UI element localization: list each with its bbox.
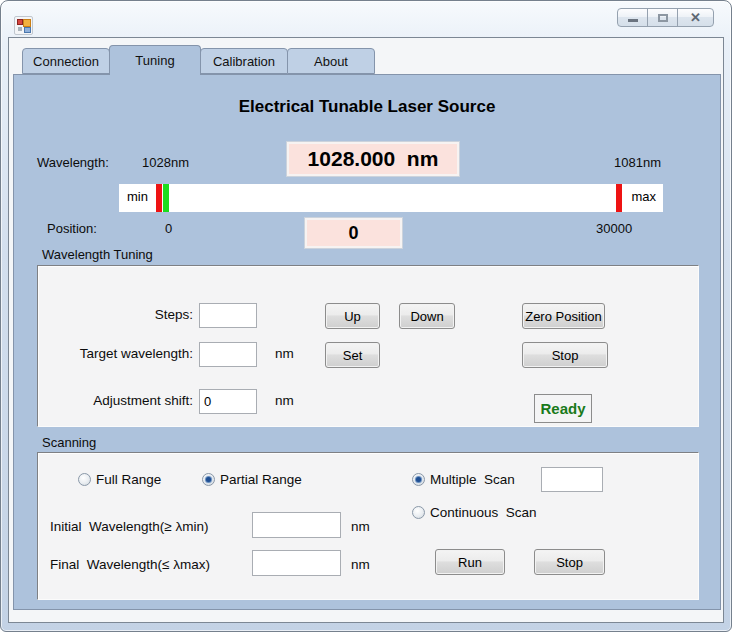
wavelength-slider-track: min max bbox=[119, 184, 663, 212]
full-range-label: Full Range bbox=[96, 471, 161, 488]
final-unit-label: nm bbox=[351, 557, 370, 572]
app-icon-blue-square bbox=[24, 27, 31, 33]
initial-wavelength-label: Initial Wavelength(≥ λmin) bbox=[50, 519, 208, 534]
minimize-button[interactable] bbox=[617, 8, 648, 27]
slider-max-label: max bbox=[631, 189, 656, 204]
caption-button-group: ✕ bbox=[618, 8, 714, 27]
tuning-stop-button[interactable]: Stop bbox=[522, 342, 608, 368]
radio-icon bbox=[202, 473, 215, 486]
up-button[interactable]: Up bbox=[325, 303, 380, 329]
initial-unit-label: nm bbox=[351, 519, 370, 534]
title-bar[interactable]: ✕ bbox=[1, 1, 731, 37]
final-wavelength-input[interactable] bbox=[252, 550, 341, 576]
position-label: Position: bbox=[47, 221, 97, 236]
tab-page-tuning: Electrical Tunable Laser Source Waveleng… bbox=[13, 74, 721, 610]
slider-min-label: min bbox=[127, 189, 148, 204]
shift-unit-label: nm bbox=[275, 393, 294, 408]
multiple-scan-count-input[interactable] bbox=[541, 467, 603, 492]
app-icon-gray-square bbox=[18, 27, 22, 31]
wavelength-display: 1028.000 nm bbox=[287, 142, 459, 176]
wavelength-min-value: 1028nm bbox=[142, 155, 189, 170]
maximize-button[interactable] bbox=[647, 8, 678, 27]
partial-range-radio[interactable]: Partial Range bbox=[202, 471, 302, 488]
client-area: Connection Tuning Calibration About Elec… bbox=[8, 37, 724, 623]
set-button[interactable]: Set bbox=[325, 342, 380, 368]
full-range-radio[interactable]: Full Range bbox=[78, 471, 161, 488]
radio-icon bbox=[412, 506, 425, 519]
scan-stop-button[interactable]: Stop bbox=[534, 549, 605, 575]
continuous-scan-label: Continuous Scan bbox=[430, 504, 537, 521]
close-button[interactable]: ✕ bbox=[677, 8, 714, 27]
scanning-group: Full Range Partial Range Multiple Scan C… bbox=[37, 452, 699, 600]
wavelength-label: Wavelength: bbox=[37, 155, 109, 170]
continuous-scan-radio[interactable]: Continuous Scan bbox=[412, 504, 537, 521]
close-icon: ✕ bbox=[690, 11, 701, 24]
current-position-marker bbox=[163, 184, 169, 212]
minimize-icon bbox=[628, 19, 638, 22]
multiple-scan-radio[interactable]: Multiple Scan bbox=[412, 471, 515, 488]
partial-range-label: Partial Range bbox=[220, 471, 302, 488]
multiple-scan-label: Multiple Scan bbox=[430, 471, 515, 488]
tab-strip: Connection Tuning Calibration About bbox=[23, 45, 375, 75]
tuning-group-title: Wavelength Tuning bbox=[42, 247, 153, 262]
down-button[interactable]: Down bbox=[399, 303, 455, 329]
min-limit-marker bbox=[156, 184, 162, 212]
zero-position-button[interactable]: Zero Position bbox=[522, 303, 605, 329]
wavelength-max-value: 1081nm bbox=[614, 155, 661, 170]
steps-input[interactable] bbox=[199, 303, 257, 328]
final-wavelength-label: Final Wavelength(≤ λmax) bbox=[50, 557, 210, 572]
steps-label: Steps: bbox=[38, 307, 193, 322]
max-limit-marker bbox=[616, 184, 622, 212]
app-window: ✕ Connection Tuning Calibration About El… bbox=[0, 0, 732, 632]
tuning-group: Steps: Up Down Zero Position Target wave… bbox=[37, 265, 699, 427]
position-min-value: 0 bbox=[165, 221, 172, 236]
scanning-group-title: Scanning bbox=[42, 435, 96, 450]
app-icon-orange-square bbox=[23, 19, 31, 27]
status-indicator: Ready bbox=[534, 394, 592, 423]
target-wavelength-input[interactable] bbox=[199, 342, 257, 367]
radio-icon bbox=[412, 473, 425, 486]
adjustment-shift-input[interactable] bbox=[199, 389, 257, 414]
target-wavelength-label: Target wavelength: bbox=[38, 346, 193, 361]
adjustment-shift-label: Adjustment shift: bbox=[38, 393, 193, 408]
app-icon[interactable] bbox=[14, 16, 33, 35]
page-title: Electrical Tunable Laser Source bbox=[14, 97, 720, 117]
tab-calibration[interactable]: Calibration bbox=[200, 48, 288, 74]
initial-wavelength-input[interactable] bbox=[252, 512, 341, 538]
run-button[interactable]: Run bbox=[435, 549, 505, 575]
tab-connection[interactable]: Connection bbox=[22, 48, 110, 74]
position-max-value: 30000 bbox=[596, 221, 632, 236]
radio-icon bbox=[78, 473, 91, 486]
position-display: 0 bbox=[305, 218, 402, 248]
target-unit-label: nm bbox=[275, 346, 294, 361]
maximize-icon bbox=[658, 14, 668, 22]
tab-tuning[interactable]: Tuning bbox=[109, 45, 201, 75]
tab-about[interactable]: About bbox=[287, 48, 375, 74]
